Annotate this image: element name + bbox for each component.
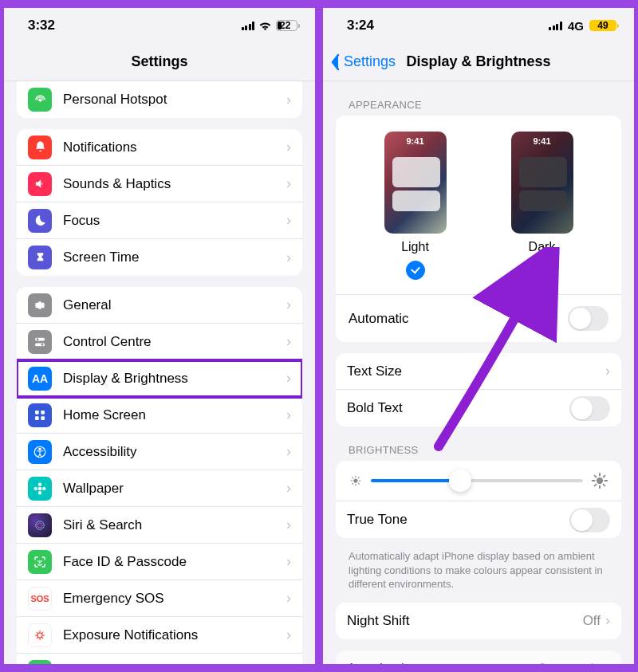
nav-title: Settings: [4, 43, 315, 81]
phone-settings: 3:32 22 Settings Personal Hotspot › Noti…: [4, 8, 315, 664]
group-notifications: Notifications› Sounds & Haptics› Focus› …: [17, 129, 302, 276]
chevron-right-icon: ›: [286, 553, 291, 570]
svg-point-10: [39, 448, 41, 450]
appearance-dark-option[interactable]: 9:41 Dark: [511, 132, 573, 280]
svg-point-11: [38, 486, 42, 490]
group-text: Text Size› Bold Text: [336, 353, 621, 426]
chevron-right-icon: ›: [286, 480, 291, 497]
chevron-right-icon: ›: [286, 212, 291, 229]
row-control-centre[interactable]: Control Centre›: [17, 324, 302, 360]
nav-header: Settings Display & Brightness: [323, 43, 634, 81]
group-brightness: True Tone: [336, 461, 621, 538]
group-general: General› Control Centre› AADisplay & Bri…: [17, 287, 302, 664]
svg-point-3: [37, 338, 39, 340]
back-button[interactable]: Settings: [329, 53, 396, 71]
row-personal-hotspot[interactable]: Personal Hotspot ›: [17, 81, 302, 118]
accessibility-icon: [28, 440, 52, 464]
appearance-light-option[interactable]: 9:41 Light: [384, 132, 447, 280]
row-sounds[interactable]: Sounds & Haptics›: [17, 166, 302, 202]
row-emergency-sos[interactable]: SOSEmergency SOS›: [17, 580, 302, 617]
page-title: Display & Brightness: [406, 53, 550, 70]
svg-rect-5: [35, 411, 39, 415]
svg-rect-8: [41, 416, 45, 420]
text-size-icon: AA: [28, 367, 52, 391]
network-label: 4G: [568, 19, 584, 33]
slider-thumb[interactable]: [449, 470, 471, 492]
toggle-off[interactable]: [568, 306, 608, 331]
row-exposure[interactable]: Exposure Notifications›: [17, 617, 302, 654]
svg-rect-6: [41, 411, 45, 415]
row-wallpaper[interactable]: Wallpaper›: [17, 470, 302, 507]
section-appearance: APPEARANCE: [349, 99, 608, 111]
sun-dim-icon: [349, 474, 363, 488]
chevron-right-icon: ›: [286, 370, 291, 387]
virus-icon: [28, 623, 52, 647]
cell-signal-icon: [242, 21, 255, 30]
svg-point-13: [37, 523, 42, 528]
status-time: 3:24: [347, 18, 374, 33]
svg-point-0: [38, 98, 41, 101]
light-preview: 9:41: [384, 132, 447, 234]
row-notifications[interactable]: Notifications›: [17, 129, 302, 166]
display-settings[interactable]: APPEARANCE 9:41 Light 9:41 Dark Automati…: [323, 81, 634, 664]
row-general[interactable]: General›: [17, 287, 302, 324]
hourglass-icon: [28, 246, 52, 269]
true-tone-footer: Automatically adapt iPhone display based…: [349, 549, 608, 591]
face-id-icon: [28, 550, 52, 574]
chevron-right-icon: ›: [286, 664, 291, 665]
svg-rect-7: [35, 416, 39, 420]
group-night-shift: Night ShiftOff›: [336, 603, 621, 639]
grid-icon: [28, 403, 52, 427]
siri-icon: [28, 513, 52, 537]
group-auto-lock: Auto-Lock0 seconds›: [336, 650, 621, 664]
row-battery[interactable]: Battery›: [17, 654, 302, 664]
svg-point-4: [41, 344, 44, 346]
row-auto-lock[interactable]: Auto-Lock0 seconds›: [336, 650, 621, 664]
flower-icon: [28, 477, 52, 501]
cell-signal-icon: [549, 21, 562, 30]
hotspot-icon: [28, 88, 52, 112]
chevron-right-icon: ›: [286, 627, 291, 643]
bell-icon: [28, 136, 52, 159]
chevron-right-icon: ›: [286, 175, 291, 192]
status-bar: 3:24 4G 49: [323, 8, 634, 43]
row-true-tone[interactable]: True Tone: [336, 501, 621, 538]
dark-radio-unchecked[interactable]: [533, 261, 552, 280]
appearance-card: 9:41 Light 9:41 Dark Automatic: [336, 116, 621, 342]
row-home-screen[interactable]: Home Screen›: [17, 397, 302, 434]
row-display-brightness[interactable]: AADisplay & Brightness›: [17, 360, 302, 397]
light-radio-checked[interactable]: [406, 261, 425, 280]
brightness-slider-row[interactable]: [336, 461, 621, 501]
chevron-right-icon: ›: [605, 363, 610, 379]
automatic-toggle-row[interactable]: Automatic: [336, 294, 621, 342]
brightness-slider[interactable]: [371, 479, 583, 482]
status-bar: 3:32 22: [4, 8, 315, 43]
row-bold-text[interactable]: Bold Text: [336, 390, 621, 426]
chevron-right-icon: ›: [605, 612, 610, 629]
battery-icon: 49: [589, 20, 616, 31]
moon-icon: [28, 209, 52, 233]
settings-list[interactable]: Personal Hotspot › Notifications› Sounds…: [4, 81, 315, 664]
toggles-icon: [28, 330, 52, 354]
chevron-right-icon: ›: [286, 297, 291, 313]
gear-icon: [28, 293, 52, 317]
row-focus[interactable]: Focus›: [17, 202, 302, 239]
speaker-icon: [28, 172, 52, 196]
row-accessibility[interactable]: Accessibility›: [17, 434, 302, 470]
row-siri[interactable]: Siri & Search›: [17, 507, 302, 544]
toggle-off[interactable]: [569, 508, 610, 532]
chevron-left-icon: [329, 53, 341, 71]
battery-icon-row: [28, 660, 52, 664]
row-face-id[interactable]: Face ID & Passcode›: [17, 544, 302, 580]
row-night-shift[interactable]: Night ShiftOff›: [336, 603, 621, 639]
row-screen-time[interactable]: Screen Time›: [17, 239, 302, 276]
phone-display-brightness: 3:24 4G 49 Settings Display & Brightness…: [323, 8, 634, 664]
svg-point-17: [353, 478, 357, 482]
chevron-right-icon: ›: [605, 660, 610, 664]
chevron-right-icon: ›: [286, 443, 291, 460]
toggle-off[interactable]: [569, 396, 610, 421]
status-icons: 4G 49: [549, 19, 616, 33]
row-text-size[interactable]: Text Size›: [336, 353, 621, 390]
status-icons: 22: [242, 20, 298, 31]
dark-preview: 9:41: [511, 132, 573, 234]
